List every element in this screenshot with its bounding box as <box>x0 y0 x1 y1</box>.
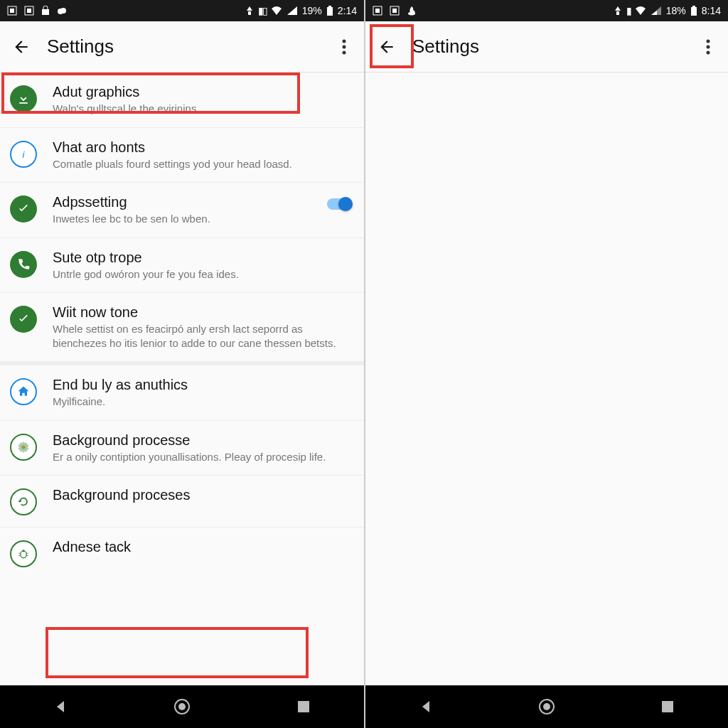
notif-icon <box>24 6 34 16</box>
svg-rect-26 <box>692 6 695 7</box>
arrow-back-icon <box>12 38 31 56</box>
nav-recent[interactable] <box>289 692 318 721</box>
house-icon <box>10 378 37 405</box>
lock-icon <box>41 6 50 16</box>
setting-title: Adpssetting <box>53 194 327 210</box>
phone-icon <box>10 251 37 278</box>
check-icon <box>10 306 37 333</box>
back-button[interactable] <box>375 36 398 58</box>
signal-icon <box>287 6 298 16</box>
setting-subtitle: Whele settist on es feacirpó anly ersh l… <box>53 322 351 350</box>
svg-point-28 <box>707 45 710 48</box>
svg-point-18 <box>178 703 186 710</box>
setting-subtitle: Myilficaine. <box>53 395 351 409</box>
svg-point-29 <box>707 50 710 54</box>
wifi-icon <box>271 6 282 16</box>
setting-title: Adnese tack <box>53 539 351 555</box>
setting-title: Background proceses <box>53 487 351 503</box>
svg-point-31 <box>543 703 550 710</box>
setting-title: Sute otp trope <box>53 250 351 266</box>
setting-item[interactable]: iVhat aro hontsComatle pluals fourd sett… <box>0 127 364 183</box>
toggle-switch[interactable] <box>327 198 351 210</box>
battery-icon <box>690 6 697 16</box>
svg-rect-23 <box>392 9 397 13</box>
svg-rect-24 <box>616 11 619 15</box>
settings-list[interactable]: Adut graphicsWaln's qulltscal le the evi… <box>0 73 364 685</box>
notif-icon <box>373 6 382 16</box>
refresh-icon <box>10 488 37 515</box>
nav-home[interactable] <box>532 692 561 721</box>
setting-title: Vhat aro honts <box>53 139 351 156</box>
setting-title: Background processe <box>53 432 351 449</box>
wifi-icon <box>635 6 646 16</box>
nav-bar <box>0 685 364 728</box>
status-bar: ▮▯ 19% 2:14 <box>0 0 364 21</box>
cast-icon <box>614 6 622 16</box>
svg-point-12 <box>343 50 346 54</box>
more-vert-icon <box>706 39 710 55</box>
info-icon: i <box>10 141 37 168</box>
battery-percent: 19% <box>302 5 322 16</box>
svg-point-27 <box>707 39 710 43</box>
svg-point-16 <box>22 550 24 552</box>
setting-item[interactable]: Adnese tack <box>0 527 364 579</box>
setting-item[interactable]: Adut graphicsWaln's qulltscal le the evi… <box>0 73 364 127</box>
nav-home-icon <box>173 698 191 715</box>
setting-item[interactable]: Wiit now toneWhele settist on es feacirp… <box>0 292 364 361</box>
svg-rect-19 <box>298 701 309 712</box>
bug-icon <box>10 540 37 567</box>
nav-back[interactable] <box>46 692 75 721</box>
svg-rect-4 <box>42 9 49 15</box>
setting-title: Adut graphics <box>53 84 351 100</box>
setting-item[interactable]: Background proceses <box>0 475 364 527</box>
nav-back[interactable] <box>412 692 440 721</box>
battery-icon <box>326 6 333 16</box>
setting-item[interactable]: AdpssettingInwetes lee bc to be sen lo w… <box>0 182 364 237</box>
svg-text:i: i <box>23 149 26 160</box>
svg-rect-32 <box>662 701 673 712</box>
page-title: Settings <box>47 36 114 58</box>
more-vert-icon <box>342 39 346 55</box>
nav-back-icon <box>419 700 433 714</box>
setting-item[interactable]: End bu ly as anuthicsMyilficaine. <box>0 361 364 420</box>
status-time: 2:14 <box>338 5 357 16</box>
signal-icon <box>651 6 662 16</box>
nav-recent-icon <box>297 700 310 713</box>
setting-subtitle: Er a onily contiption younallisations. P… <box>53 450 351 464</box>
nav-bar <box>365 685 728 728</box>
cast-icon <box>245 6 254 16</box>
svg-rect-9 <box>328 6 331 7</box>
app-bar: Settings <box>365 21 728 73</box>
setting-title: End bu ly as anuthics <box>53 377 351 393</box>
flame-icon <box>407 6 417 16</box>
settings-list-empty <box>365 73 728 685</box>
setting-subtitle: Untrle god owóron your fe you fea ides. <box>53 267 351 282</box>
setting-subtitle: Comatle pluals fourd settings yod your h… <box>53 157 351 171</box>
bars-icon: ▮▯ <box>258 5 267 16</box>
battery-percent: 18% <box>666 5 686 16</box>
notif-icon <box>390 6 400 16</box>
check-icon <box>10 196 37 223</box>
cloud-icon <box>57 6 67 16</box>
nav-recent[interactable] <box>653 692 682 721</box>
svg-rect-7 <box>248 11 251 15</box>
status-bar: ▮ 18% 8:14 <box>365 0 728 21</box>
app-bar: Settings <box>0 21 364 73</box>
phone-left: ▮▯ 19% 2:14 Settings Adut graphicsWaln's… <box>0 0 364 728</box>
setting-item[interactable]: Sute otp tropeUntrle god owóron your fe … <box>0 237 364 293</box>
bars-icon: ▮ <box>626 5 631 16</box>
nav-home-icon <box>538 698 555 715</box>
gear-icon <box>10 434 37 461</box>
svg-point-11 <box>343 45 346 48</box>
setting-title: Wiit now tone <box>53 304 351 321</box>
back-button[interactable] <box>10 36 33 58</box>
overflow-menu[interactable] <box>334 37 354 57</box>
overflow-menu[interactable] <box>698 37 718 57</box>
svg-rect-25 <box>691 7 697 16</box>
nav-home[interactable] <box>168 692 196 721</box>
status-time: 8:14 <box>702 5 721 16</box>
nav-back-icon <box>53 700 68 714</box>
setting-item[interactable]: Background processeEr a onily contiption… <box>0 420 364 476</box>
phone-right: ▮ 18% 8:14 Settings <box>364 0 728 728</box>
svg-rect-21 <box>375 9 380 13</box>
